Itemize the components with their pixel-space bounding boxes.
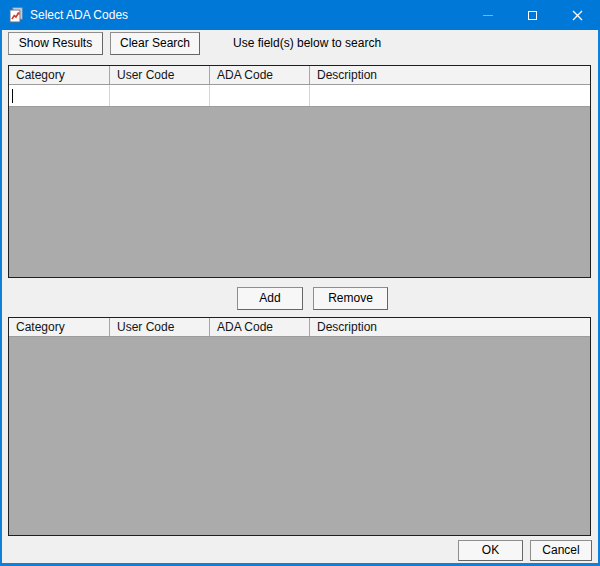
ok-button[interactable]: OK	[458, 540, 523, 561]
results-col-user-code[interactable]: User Code	[110, 318, 210, 336]
search-col-user-code[interactable]: User Code	[110, 66, 210, 84]
remove-button[interactable]: Remove	[313, 287, 388, 310]
show-results-button[interactable]: Show Results	[8, 32, 103, 55]
results-col-category[interactable]: Category	[9, 318, 110, 336]
results-col-description[interactable]: Description	[310, 318, 590, 336]
add-button[interactable]: Add	[237, 287, 303, 310]
results-col-ada-code[interactable]: ADA Code	[210, 318, 310, 336]
search-grid-empty-area	[9, 107, 590, 277]
results-grid-header: Category User Code ADA Code Description	[9, 318, 590, 337]
clear-search-button[interactable]: Clear Search	[110, 32, 200, 55]
results-grid: Category User Code ADA Code Description	[8, 317, 591, 536]
select-ada-codes-dialog: Select ADA Codes Show Results Clear Sear…	[0, 0, 600, 566]
ada-code-search-cell[interactable]	[210, 85, 310, 106]
window-border-left	[0, 30, 2, 566]
window-controls	[465, 0, 600, 30]
search-col-description[interactable]: Description	[310, 66, 590, 84]
user-code-search-cell[interactable]	[110, 85, 210, 106]
text-caret	[12, 89, 13, 103]
search-col-category[interactable]: Category	[9, 66, 110, 84]
app-report-icon	[8, 7, 24, 23]
search-input-row	[9, 85, 590, 107]
cancel-button[interactable]: Cancel	[530, 540, 592, 561]
search-col-ada-code[interactable]: ADA Code	[210, 66, 310, 84]
window-title: Select ADA Codes	[30, 8, 128, 22]
search-grid: Category User Code ADA Code Description	[8, 65, 591, 278]
maximize-icon[interactable]	[510, 0, 555, 30]
results-grid-empty-area	[9, 337, 590, 535]
titlebar: Select ADA Codes	[0, 0, 600, 30]
minimize-icon[interactable]	[465, 0, 510, 30]
description-search-cell[interactable]	[310, 85, 590, 106]
search-hint-label: Use field(s) below to search	[233, 32, 381, 55]
close-icon[interactable]	[555, 0, 600, 30]
search-grid-header: Category User Code ADA Code Description	[9, 66, 590, 85]
category-search-cell[interactable]	[9, 85, 110, 106]
